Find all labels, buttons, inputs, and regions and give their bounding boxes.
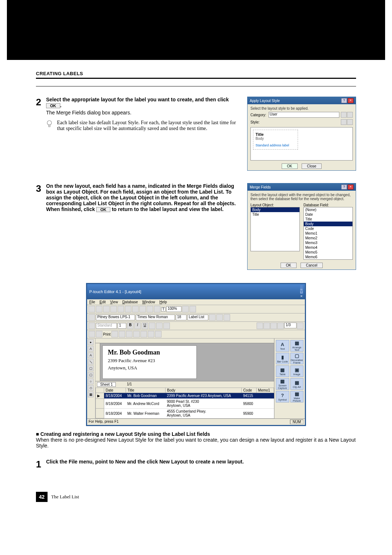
table-row[interactable]: 8/18/2004Mr. Andrew McCord9000 Pearl St.…: [96, 399, 274, 409]
last-icon[interactable]: [277, 323, 284, 329]
help-icon[interactable]: ?: [341, 98, 347, 103]
font-select[interactable]: Times New Roman: [136, 315, 175, 320]
side-tool-icon[interactable]: [282, 405, 288, 410]
align-left-icon[interactable]: [126, 331, 132, 337]
preview-icon[interactable]: [118, 306, 124, 312]
db-item[interactable]: Memo6: [304, 255, 352, 259]
undo-icon[interactable]: [147, 306, 153, 312]
tool-icon[interactable]: [163, 323, 170, 329]
table-header[interactable]: Memo1: [256, 388, 274, 393]
tool-icon[interactable]: [156, 323, 163, 329]
sheet-next-icon[interactable]: [132, 382, 137, 386]
side-panel-item[interactable]: AText: [276, 340, 289, 352]
table-header[interactable]: Code: [242, 388, 257, 393]
print-icon[interactable]: [110, 306, 117, 312]
tool-icon[interactable]: [209, 314, 216, 321]
font-color-icon[interactable]: [149, 323, 155, 329]
ellipse-icon[interactable]: ○: [88, 378, 94, 384]
next-icon[interactable]: [270, 323, 277, 329]
menu-item[interactable]: Database: [122, 300, 138, 304]
cut-icon[interactable]: [125, 306, 131, 312]
editor-menubar[interactable]: FileEditViewDatabaseWindowHelp: [87, 299, 305, 305]
menu-item[interactable]: Window: [142, 300, 155, 304]
merge-cancel-button[interactable]: Cancel: [301, 263, 323, 268]
style-preview[interactable]: Title Body Standard address label: [250, 127, 353, 161]
db-item[interactable]: Title: [304, 217, 352, 222]
style-delete-icon[interactable]: [347, 119, 353, 125]
tool-icon[interactable]: [148, 331, 154, 337]
layout-object-list[interactable]: BodyTitle: [250, 207, 300, 251]
layout-item[interactable]: Body: [251, 207, 299, 212]
db-item[interactable]: Code: [304, 226, 352, 231]
copy-icon[interactable]: [132, 306, 139, 312]
printer-icon[interactable]: [89, 314, 95, 321]
side-panel-item[interactable]: ▣Image: [290, 365, 304, 377]
side-panel-item[interactable]: ▢Decorative Frame: [290, 353, 304, 364]
menu-item[interactable]: Edit: [99, 300, 106, 304]
tool-icon[interactable]: [89, 323, 95, 329]
tool-icon[interactable]: [297, 323, 303, 329]
image-icon[interactable]: ▦: [88, 392, 94, 397]
paste-icon[interactable]: [139, 306, 146, 312]
side-panel-item[interactable]: ▦Clip Art: [290, 378, 304, 390]
text-tool-icon[interactable]: A: [88, 352, 94, 358]
zoom-icon[interactable]: [182, 306, 189, 312]
menu-item[interactable]: File: [89, 300, 95, 304]
text-tool-icon[interactable]: A: [88, 346, 94, 352]
menu-item[interactable]: View: [110, 300, 118, 304]
help-icon[interactable]: [189, 306, 196, 312]
db-item[interactable]: Memo5: [304, 250, 352, 255]
font-size-select[interactable]: 18: [176, 315, 187, 320]
db-item[interactable]: (None): [304, 207, 352, 212]
sheet-prev-icon[interactable]: [122, 382, 126, 386]
table-header[interactable]: Title: [126, 388, 166, 393]
side-panel-item[interactable]: ▮Bar Code: [276, 353, 289, 364]
redo-icon[interactable]: [154, 306, 160, 312]
close-icon[interactable]: ×: [300, 294, 303, 298]
polygon-icon[interactable]: ◇: [88, 385, 94, 391]
merge-ok-button[interactable]: OK: [281, 263, 297, 268]
db-item[interactable]: Body: [304, 222, 352, 226]
printer-select[interactable]: Pitney Bowes LPS-1: [96, 315, 135, 320]
rrect-icon[interactable]: ▢: [88, 372, 94, 378]
db-item[interactable]: Memo2: [304, 236, 352, 240]
label-list-button[interactable]: Label List: [187, 315, 208, 320]
close-icon[interactable]: ×: [348, 98, 354, 103]
table-header[interactable]: Date: [104, 388, 126, 393]
help-icon[interactable]: ?: [341, 185, 347, 190]
minimize-icon[interactable]: _: [300, 285, 303, 289]
maximize-icon[interactable]: □: [300, 289, 303, 294]
label-preview[interactable]: Mr. Bob Goodman 2399 Pacific Avenue #23 …: [102, 345, 197, 379]
tool-icon[interactable]: [155, 331, 162, 337]
side-panel-item[interactable]: ▦Arrange Text: [290, 340, 304, 352]
new-icon[interactable]: [341, 112, 347, 118]
tool-icon[interactable]: [111, 331, 118, 337]
side-panel-item[interactable]: ▦Screen Capture: [276, 378, 289, 390]
data-table[interactable]: DateTitleBodyCodeMemo1▶8/18/2004Mr. Bob …: [95, 388, 274, 418]
tool-icon[interactable]: [119, 331, 125, 337]
underline-icon[interactable]: U: [142, 323, 148, 329]
menu-item[interactable]: Help: [159, 300, 167, 304]
frame-icon[interactable]: [89, 331, 95, 337]
print-tool-icon[interactable]: [96, 331, 102, 337]
database-field-list[interactable]: (None)DateTitleBodyCodeMemo1Memo2Memo3Me…: [303, 207, 353, 260]
sheet-first-icon[interactable]: [117, 382, 121, 386]
side-panel-item[interactable]: ?Symbol: [276, 391, 289, 402]
db-item[interactable]: Memo4: [304, 245, 352, 250]
close-icon[interactable]: ×: [348, 185, 354, 190]
prev-icon[interactable]: [264, 323, 270, 329]
side-panel-item[interactable]: ▦Make Picture: [290, 391, 304, 402]
table-row[interactable]: ▶8/18/2004Mr. Bob Goodman2399 Pacific Av…: [96, 393, 274, 399]
db-item[interactable]: Memo1: [304, 231, 352, 236]
save-icon[interactable]: [103, 306, 110, 312]
sheet-tab[interactable]: Sheet 1: [97, 382, 116, 387]
line-icon[interactable]: ＼: [88, 359, 94, 365]
category-select[interactable]: User: [269, 112, 339, 118]
align-right-icon[interactable]: [140, 331, 147, 337]
rect-icon[interactable]: ▢: [88, 365, 94, 371]
layout-item[interactable]: Title: [251, 212, 299, 217]
new-icon[interactable]: [89, 306, 95, 312]
apply-ok-button[interactable]: OK: [282, 163, 298, 169]
bold-icon[interactable]: B: [127, 323, 134, 329]
db-item[interactable]: Memo3: [304, 240, 352, 245]
